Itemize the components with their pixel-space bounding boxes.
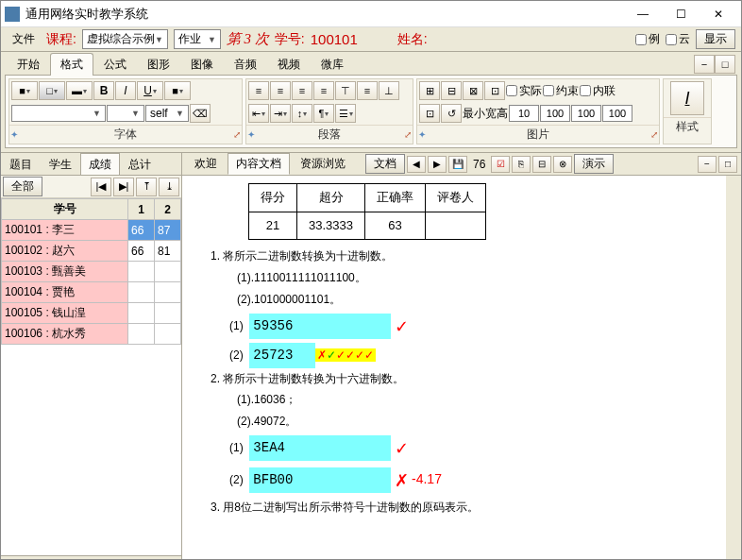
real-checkbox[interactable]: 实际 bbox=[506, 83, 542, 99]
vertical-scrollbar[interactable] bbox=[726, 176, 741, 560]
panel-min-icon[interactable]: − bbox=[698, 156, 717, 173]
homework-select[interactable]: 作业 bbox=[174, 29, 221, 49]
col-id[interactable]: 学号 bbox=[2, 199, 128, 220]
tab-shape[interactable]: 图形 bbox=[137, 53, 180, 76]
tab-start[interactable]: 开始 bbox=[7, 53, 50, 76]
font-size-select[interactable] bbox=[107, 105, 144, 122]
expand-icon[interactable]: ⤢ bbox=[404, 129, 412, 140]
self-select[interactable]: self bbox=[145, 105, 189, 122]
wand-icon[interactable]: ✦ bbox=[10, 129, 18, 140]
score-grid[interactable]: 学号12 100101 : 李三6687 100102 : 赵六6681 100… bbox=[1, 198, 181, 555]
tab-resource[interactable]: 资源浏览 bbox=[292, 153, 354, 175]
archive-button[interactable]: 文档 bbox=[365, 154, 405, 174]
all-button[interactable]: 全部 bbox=[3, 177, 42, 196]
doc-close-icon[interactable]: ⊗ bbox=[553, 156, 572, 173]
question-sub: (1).1110011111011100。 bbox=[211, 267, 713, 289]
expand-icon[interactable]: ⤢ bbox=[233, 129, 241, 140]
pic-h3-icon[interactable]: ⊠ bbox=[463, 81, 483, 100]
minimize-button[interactable]: — bbox=[624, 3, 662, 25]
box-icon[interactable]: ■ bbox=[164, 81, 191, 100]
table-row[interactable]: 100105 : 钱山湟 bbox=[2, 303, 181, 324]
tab-content[interactable]: 内容文档 bbox=[228, 153, 290, 175]
tab-lib[interactable]: 微库 bbox=[311, 53, 354, 76]
pic-h2-icon[interactable]: ⊟ bbox=[441, 81, 462, 100]
font-color-icon[interactable]: ■ bbox=[11, 81, 38, 100]
para-space-icon[interactable]: ¶ bbox=[313, 104, 334, 123]
table-row[interactable]: 100104 : 贾艳 bbox=[2, 282, 181, 303]
bold-icon[interactable]: B bbox=[93, 81, 114, 100]
first-icon[interactable]: |◀ bbox=[91, 178, 111, 196]
style-button[interactable]: I bbox=[670, 81, 704, 115]
max-h-input[interactable] bbox=[602, 105, 632, 122]
wand-icon[interactable]: ✦ bbox=[418, 129, 426, 140]
tab-welcome[interactable]: 欢迎 bbox=[186, 153, 226, 175]
ribbon-max-icon[interactable]: □ bbox=[715, 55, 735, 74]
constrain-checkbox[interactable]: 约束 bbox=[543, 83, 579, 99]
align-center-icon[interactable]: ≡ bbox=[270, 81, 291, 100]
table-row[interactable]: 100102 : 赵六6681 bbox=[2, 241, 181, 262]
maximize-button[interactable]: ☐ bbox=[662, 3, 700, 25]
reset-icon[interactable]: ↺ bbox=[441, 104, 462, 123]
font-family-select[interactable] bbox=[11, 105, 106, 122]
indent-left-icon[interactable]: ⇤ bbox=[248, 104, 269, 123]
doc-check-icon[interactable]: ☑ bbox=[491, 156, 510, 173]
table-row[interactable]: 100106 : 杭水秀 bbox=[2, 324, 181, 345]
tab-questions[interactable]: 题目 bbox=[1, 153, 41, 175]
tab-format[interactable]: 格式 bbox=[50, 53, 93, 76]
valign-top-icon[interactable]: ⊤ bbox=[335, 81, 356, 100]
inline-checkbox[interactable]: 内联 bbox=[580, 83, 616, 99]
align-right-icon[interactable]: ≡ bbox=[292, 81, 312, 100]
bottom-icon[interactable]: ⤓ bbox=[159, 178, 179, 196]
table-row[interactable]: 100101 : 李三6687 bbox=[2, 220, 181, 241]
right-panel: 欢迎 内容文档 资源浏览 文档 ◀ ▶ 💾 76 ☑ ⎘ ⊟ ⊗ 演示 − □ … bbox=[182, 153, 741, 560]
present-button[interactable]: 演示 bbox=[574, 154, 614, 174]
document-viewport[interactable]: 得分超分正确率评卷人 2133.333363 1. 将所示二进制数转换为十进制数… bbox=[182, 176, 741, 560]
line-space-icon[interactable]: ↕ bbox=[292, 104, 312, 123]
close-button[interactable]: ✕ bbox=[700, 3, 737, 25]
valign-mid-icon[interactable]: ≡ bbox=[357, 81, 378, 100]
ribbon-min-icon[interactable]: − bbox=[694, 55, 715, 74]
tab-video[interactable]: 视频 bbox=[267, 53, 311, 76]
tab-audio[interactable]: 音频 bbox=[224, 53, 267, 76]
clear-format-icon[interactable]: ⌫ bbox=[190, 104, 211, 123]
valign-bot-icon[interactable]: ⊥ bbox=[379, 81, 399, 100]
top-icon[interactable]: ⤒ bbox=[136, 178, 157, 196]
tab-scores[interactable]: 成绩 bbox=[80, 153, 120, 175]
expand-icon[interactable]: ⤢ bbox=[650, 129, 658, 140]
pic-h1-icon[interactable]: ⊞ bbox=[419, 81, 440, 100]
answer-row: (1) 59356 ✓ bbox=[211, 311, 713, 343]
panel-max-icon[interactable]: □ bbox=[718, 156, 737, 173]
menu-file[interactable]: 文件 bbox=[7, 29, 41, 49]
prev-icon[interactable]: ▶| bbox=[113, 178, 134, 196]
col-2[interactable]: 2 bbox=[155, 199, 181, 220]
max-w-input[interactable] bbox=[571, 105, 601, 122]
tab-students[interactable]: 学生 bbox=[41, 153, 80, 175]
indent-right-icon[interactable]: ⇥ bbox=[270, 104, 291, 123]
align-justify-icon[interactable]: ≡ bbox=[313, 81, 334, 100]
pic-h4-icon[interactable]: ⊡ bbox=[484, 81, 505, 100]
font-bg-icon[interactable]: □ bbox=[39, 81, 65, 100]
min-w-input[interactable] bbox=[509, 105, 539, 122]
example-checkbox[interactable]: 例 bbox=[635, 31, 660, 47]
crop-icon[interactable]: ⊡ bbox=[419, 104, 440, 123]
show-button[interactable]: 显示 bbox=[696, 29, 735, 49]
italic-icon[interactable]: I bbox=[115, 81, 136, 100]
doc-save-icon[interactable]: 💾 bbox=[448, 156, 467, 173]
min-h-input[interactable] bbox=[540, 105, 570, 122]
tab-formula[interactable]: 公式 bbox=[93, 53, 137, 76]
tab-total[interactable]: 总计 bbox=[120, 153, 160, 175]
doc-copy-icon[interactable]: ⎘ bbox=[512, 156, 531, 173]
list-icon[interactable]: ☰ bbox=[335, 104, 356, 123]
align-left-icon[interactable]: ≡ bbox=[248, 81, 269, 100]
doc-del-icon[interactable]: ⊟ bbox=[532, 156, 551, 173]
tab-image[interactable]: 图像 bbox=[180, 53, 224, 76]
doc-next-icon[interactable]: ▶ bbox=[428, 156, 447, 173]
font-line-icon[interactable]: ▬ bbox=[66, 81, 93, 100]
cloud-checkbox[interactable]: 云 bbox=[666, 31, 690, 47]
wand-icon[interactable]: ✦ bbox=[247, 129, 255, 140]
course-select[interactable]: 虚拟综合示例 bbox=[82, 29, 168, 49]
table-row[interactable]: 100103 : 甄善美 bbox=[2, 262, 181, 282]
col-1[interactable]: 1 bbox=[128, 199, 155, 220]
doc-prev-icon[interactable]: ◀ bbox=[407, 156, 426, 173]
underline-icon[interactable]: U bbox=[137, 81, 163, 100]
